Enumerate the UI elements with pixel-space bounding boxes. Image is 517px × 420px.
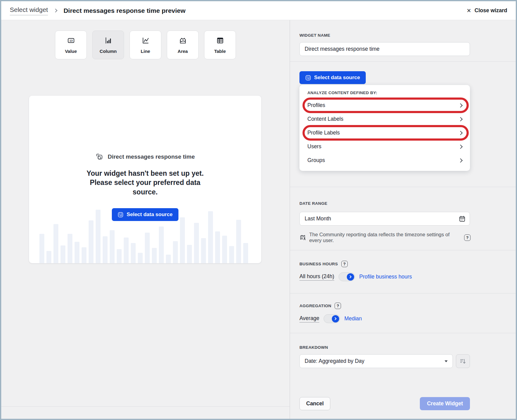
chart-bar (46, 251, 51, 263)
caret-down-icon (445, 360, 448, 362)
data-source-dropdown: ANALYZE CONTENT DEFINED BY: ProfilesCont… (299, 85, 470, 171)
chart-bar (187, 245, 192, 263)
widget-type-label: Line (141, 49, 150, 54)
chart-bar (222, 236, 227, 263)
chart-bar (82, 247, 86, 263)
widget-type-label: Table (214, 49, 226, 54)
select-data-source-button-panel[interactable]: Select data source (299, 71, 366, 84)
chart-bar (215, 231, 220, 263)
close-wizard-label: Close wizard (475, 7, 507, 14)
data-source-option-content-labels[interactable]: Content Labels (299, 112, 470, 126)
breadcrumb-select-widget[interactable]: Select widget (10, 6, 48, 15)
widget-type-label: Column (100, 49, 117, 54)
widget-icon (95, 153, 104, 161)
date-range-value: Last Month (305, 216, 331, 222)
option-label: Profiles (307, 102, 325, 109)
create-widget-button[interactable]: Create Widget (420, 397, 470, 410)
chevron-right-icon (458, 117, 463, 121)
toggle-knob (347, 273, 354, 281)
line-chart-icon (141, 36, 150, 46)
widget-type-value[interactable]: 13Value (55, 31, 87, 59)
widget-type-table[interactable]: Table (204, 31, 236, 59)
chart-bar (236, 220, 241, 263)
calendar-icon (459, 215, 466, 222)
svg-text:13: 13 (69, 39, 72, 42)
all-hours-option[interactable]: All hours (24h) (299, 273, 334, 281)
chart-bar (117, 249, 122, 263)
chart-bar (152, 248, 157, 263)
average-option[interactable]: Average (299, 315, 319, 322)
data-source-icon (305, 75, 311, 81)
chart-bar (89, 220, 94, 263)
data-source-option-profiles[interactable]: Profiles (299, 98, 470, 112)
chart-bar (138, 253, 143, 263)
chart-bar (39, 234, 44, 263)
widget-type-column[interactable]: Column (92, 31, 124, 59)
option-label: Profile Labels (307, 130, 340, 136)
chart-bar (103, 236, 108, 263)
option-label: Groups (307, 157, 325, 164)
date-range-picker[interactable]: Last Month (299, 212, 470, 226)
breadcrumb-chevron-icon (53, 9, 57, 13)
widget-name-input[interactable] (299, 42, 470, 56)
table-chart-icon (216, 36, 224, 46)
widget-type-line[interactable]: Line (130, 31, 161, 59)
aggregation-toggle[interactable] (324, 314, 340, 323)
data-source-option-users[interactable]: Users (299, 140, 470, 153)
chevron-right-icon (458, 144, 463, 149)
help-icon[interactable]: ? (464, 234, 471, 241)
setup-message: Your widget hasn't been set up yet. Plea… (78, 169, 212, 197)
chart-bar (61, 245, 65, 263)
chevron-right-icon (348, 275, 351, 278)
widget-type-selector: 13ValueColumnLineAreaTable (1, 31, 290, 59)
close-icon: ✕ (467, 7, 471, 14)
breakdown-select[interactable]: Date: Aggregated by Day (299, 354, 453, 368)
preview-canvas: 13ValueColumnLineAreaTable Direct messag… (1, 20, 290, 419)
business-hours-toggle[interactable] (339, 272, 355, 281)
chart-bar (131, 243, 136, 263)
cancel-button[interactable]: Cancel (299, 397, 330, 410)
data-source-icon (118, 212, 123, 218)
red-highlight-annotation (302, 98, 469, 113)
value-chart-icon: 13 (67, 36, 75, 46)
chevron-right-icon (333, 317, 336, 320)
widget-type-area[interactable]: Area (167, 31, 199, 59)
select-data-source-button[interactable]: Select data source (112, 208, 178, 221)
settings-panel: WIDGET NAME Select data source ANALYZE C… (290, 20, 516, 419)
business-hours-help-icon[interactable]: ? (341, 261, 348, 267)
wizard-window: Select widget Direct messages response t… (1, 1, 516, 419)
canvas-footer-divider (1, 406, 290, 407)
data-source-option-groups[interactable]: Groups (299, 153, 470, 167)
widget-name-label: WIDGET NAME (299, 33, 516, 38)
chart-bar (68, 234, 72, 263)
median-option[interactable]: Median (344, 315, 362, 322)
column-chart-icon (104, 36, 112, 46)
chart-bar (194, 223, 199, 263)
widget-type-label: Area (178, 49, 188, 54)
profile-business-hours-option[interactable]: Profile business hours (359, 274, 412, 280)
chevron-right-icon (458, 131, 463, 135)
chart-bar (229, 246, 234, 263)
breakdown-label: BREAKDOWN (299, 345, 516, 350)
chart-bar (166, 255, 171, 263)
option-label: Content Labels (307, 116, 343, 122)
chart-bar (75, 242, 79, 263)
widget-preview-card: Direct messages response time Your widge… (29, 96, 261, 263)
timezone-map-icon (299, 234, 306, 241)
sort-order-button[interactable] (456, 354, 470, 368)
dropdown-header: ANALYZE CONTENT DEFINED BY: (299, 90, 470, 98)
close-wizard-button[interactable]: ✕ Close wizard (467, 7, 507, 14)
timezone-note: The Community reporting data reflects th… (309, 232, 461, 243)
aggregation-help-icon[interactable]: ? (335, 303, 341, 309)
chart-bar (145, 233, 150, 263)
chart-bar (201, 238, 206, 263)
area-chart-icon (179, 36, 187, 46)
chevron-right-icon (458, 158, 463, 162)
data-source-option-profile-labels[interactable]: Profile Labels (299, 126, 470, 140)
date-range-label: DATE RANGE (299, 201, 516, 206)
option-label: Users (307, 143, 321, 150)
chart-bar (173, 241, 178, 263)
chart-bar (110, 230, 115, 263)
breakdown-value: Date: Aggregated by Day (305, 358, 365, 364)
preview-widget-title: Direct messages response time (108, 153, 195, 160)
